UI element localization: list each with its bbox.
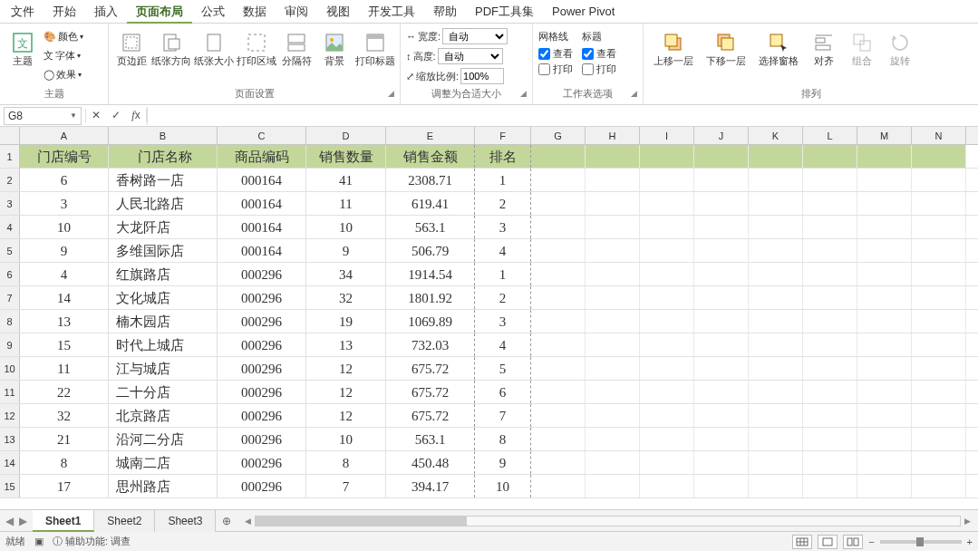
page-setup-launcher-icon[interactable]: ◢ [388, 86, 394, 101]
cell[interactable]: 江与城店 [109, 357, 218, 380]
cell[interactable] [803, 451, 857, 474]
cell[interactable]: 人民北路店 [109, 192, 218, 215]
cell[interactable]: 12 [306, 404, 386, 427]
cell[interactable]: 1914.54 [386, 263, 475, 285]
cell[interactable] [694, 145, 749, 168]
cell[interactable]: 楠木园店 [109, 310, 218, 333]
colors-button[interactable]: 🎨颜色▾ [44, 27, 83, 45]
cell[interactable]: 4 [20, 263, 109, 285]
cell[interactable] [857, 428, 912, 450]
cell[interactable]: 675.72 [386, 381, 475, 403]
selection-pane-button[interactable]: 选择窗格 [754, 27, 803, 70]
status-macro-icon[interactable]: ▣ [34, 536, 44, 547]
cell[interactable] [586, 169, 640, 191]
cell[interactable] [531, 239, 586, 262]
cell[interactable] [586, 404, 640, 427]
cell[interactable] [640, 428, 694, 450]
cell[interactable] [912, 169, 966, 191]
cell[interactable]: 675.72 [386, 404, 475, 427]
cell[interactable] [857, 169, 912, 191]
name-box[interactable]: G8▼ [4, 107, 82, 125]
col-header-A[interactable]: A [20, 127, 109, 144]
cell[interactable] [749, 357, 803, 380]
cell[interactable]: 红旗路店 [109, 263, 218, 285]
cell[interactable]: 6 [20, 169, 109, 191]
col-header-H[interactable]: H [586, 127, 640, 144]
cell[interactable]: 000296 [218, 475, 306, 497]
cell[interactable]: 排名 [475, 145, 531, 168]
cell[interactable]: 450.48 [386, 451, 475, 474]
row-header-12[interactable]: 12 [0, 404, 20, 427]
cell[interactable] [640, 216, 694, 238]
cell[interactable] [749, 310, 803, 333]
nav-prev-icon[interactable]: ◀ [5, 515, 14, 527]
effects-button[interactable]: ◯效果▾ [44, 65, 83, 83]
cell[interactable] [912, 239, 966, 262]
sheet-nav[interactable]: ◀▶ [0, 515, 33, 527]
select-all-corner[interactable] [0, 127, 20, 144]
cell[interactable]: 3 [20, 192, 109, 215]
sheet-tab-Sheet2[interactable]: Sheet2 [94, 510, 155, 532]
cell[interactable] [912, 263, 966, 285]
row-header-15[interactable]: 15 [0, 475, 20, 497]
menu-文件[interactable]: 文件 [2, 0, 44, 24]
col-header-K[interactable]: K [749, 127, 803, 144]
cell[interactable] [694, 428, 749, 450]
cell[interactable] [640, 475, 694, 497]
cell[interactable] [586, 475, 640, 497]
menu-插入[interactable]: 插入 [85, 0, 127, 24]
cell[interactable] [803, 286, 857, 309]
cell[interactable] [857, 381, 912, 403]
cell[interactable]: 2 [475, 192, 531, 215]
cell[interactable] [586, 428, 640, 450]
row-header-4[interactable]: 4 [0, 216, 20, 238]
sheet-opts-launcher-icon[interactable]: ◢ [631, 86, 637, 101]
view-normal-button[interactable] [792, 535, 812, 549]
cell[interactable] [857, 404, 912, 427]
cell[interactable] [586, 239, 640, 262]
cell[interactable] [586, 216, 640, 238]
cell[interactable]: 12 [306, 357, 386, 380]
row-header-5[interactable]: 5 [0, 239, 20, 262]
cell[interactable]: 1 [475, 169, 531, 191]
cell[interactable]: 城南二店 [109, 451, 218, 474]
scale-input[interactable] [460, 68, 504, 84]
row-header-3[interactable]: 3 [0, 192, 20, 215]
cell[interactable]: 000296 [218, 357, 306, 380]
cell[interactable] [912, 216, 966, 238]
cell[interactable]: 2 [475, 286, 531, 309]
cell[interactable] [531, 404, 586, 427]
cell[interactable]: 619.41 [386, 192, 475, 215]
cell[interactable]: 1069.89 [386, 310, 475, 333]
cell[interactable] [803, 404, 857, 427]
cell[interactable]: 563.1 [386, 428, 475, 450]
cell[interactable]: 商品编码 [218, 145, 306, 168]
row-header-13[interactable]: 13 [0, 428, 20, 450]
cell[interactable] [749, 239, 803, 262]
cell[interactable]: 17 [20, 475, 109, 497]
cell[interactable]: 8 [20, 451, 109, 474]
cell[interactable] [640, 333, 694, 356]
cell[interactable] [803, 381, 857, 403]
cell[interactable] [586, 357, 640, 380]
row-header-2[interactable]: 2 [0, 169, 20, 191]
cell[interactable] [694, 475, 749, 497]
zoom-out-button[interactable]: − [868, 536, 874, 547]
cell[interactable]: 000296 [218, 381, 306, 403]
col-header-J[interactable]: J [694, 127, 749, 144]
cell[interactable] [857, 475, 912, 497]
cell[interactable] [912, 310, 966, 333]
cell[interactable] [694, 263, 749, 285]
theme-button[interactable]: 文 主题 [5, 27, 40, 70]
sheet-tab-Sheet3[interactable]: Sheet3 [155, 510, 216, 532]
cell[interactable] [694, 357, 749, 380]
cell[interactable]: 4 [475, 239, 531, 262]
menu-页面布局[interactable]: 页面布局 [127, 0, 192, 24]
cell[interactable]: 3 [475, 310, 531, 333]
cell[interactable]: 394.17 [386, 475, 475, 497]
cell[interactable] [912, 286, 966, 309]
cell[interactable]: 000164 [218, 239, 306, 262]
menu-视图[interactable]: 视图 [317, 0, 359, 24]
cell[interactable] [586, 192, 640, 215]
cell[interactable] [531, 357, 586, 380]
